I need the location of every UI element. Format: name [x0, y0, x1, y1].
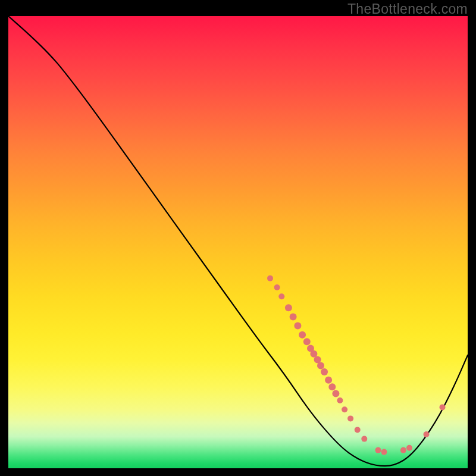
data-point — [337, 397, 343, 403]
data-point — [424, 431, 430, 437]
data-point — [310, 350, 317, 358]
data-point — [321, 368, 328, 375]
data-point — [361, 436, 367, 442]
data-point — [267, 275, 273, 281]
curve-overlay — [8, 16, 468, 468]
data-point — [303, 338, 311, 345]
data-point — [317, 362, 324, 369]
data-point — [400, 447, 406, 453]
data-point — [355, 427, 361, 433]
data-point — [278, 293, 284, 299]
data-point — [290, 313, 297, 320]
data-point — [299, 331, 306, 339]
data-point — [332, 390, 339, 397]
data-point — [440, 404, 446, 410]
data-point — [347, 415, 353, 421]
watermark-label: TheBottleneck.com — [347, 1, 468, 17]
data-point — [342, 406, 347, 412]
chart-container: TheBottleneck.com — [0, 0, 476, 476]
data-point — [406, 445, 412, 451]
data-point — [381, 449, 387, 455]
data-point — [294, 322, 301, 330]
data-markers — [267, 275, 446, 455]
data-point — [274, 284, 280, 290]
data-point — [328, 383, 336, 390]
plot-area — [8, 16, 468, 468]
bottleneck-curve — [8, 16, 468, 466]
data-point — [285, 304, 292, 311]
data-point — [325, 377, 332, 384]
data-point — [375, 447, 381, 453]
